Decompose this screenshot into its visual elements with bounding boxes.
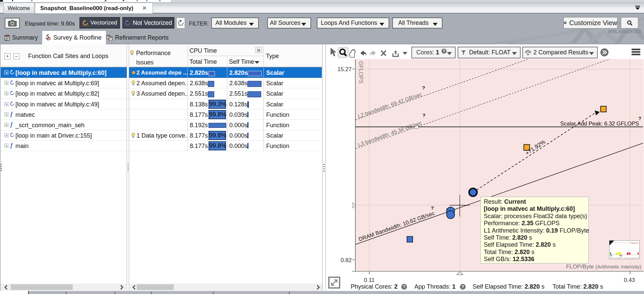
svg-text:?: ? (422, 112, 425, 118)
svg-text:?: ? (638, 115, 641, 121)
svg-text:?: ? (431, 205, 434, 211)
svg-text:?: ? (422, 85, 425, 91)
svg-text:15.27: 15.27 (337, 66, 352, 72)
svg-text:?: ? (462, 284, 464, 289)
svg-text:?: ? (443, 49, 445, 53)
svg-text:0.43: 0.43 (624, 277, 635, 283)
svg-text:0.11: 0.11 (364, 277, 375, 283)
svg-text:0.82: 0.82 (341, 257, 352, 263)
svg-text:loop with dependency - program: loop with dependency - program has elaps… (609, 257, 639, 259)
svg-text:?: ? (403, 284, 406, 289)
svg-text:ƒ loop.Add: ƒ loop.Add (630, 242, 638, 244)
svg-text:FLOP/Byte (Arithmetic Intensit: FLOP/Byte (Arithmetic Intensity) (566, 263, 641, 270)
svg-text:GFLOPS: GFLOPS (358, 61, 364, 84)
svg-text:Scalar Add Peak: 6.32 GFLOPS: Scalar Add Peak: 6.32 GFLOPS (560, 120, 639, 127)
